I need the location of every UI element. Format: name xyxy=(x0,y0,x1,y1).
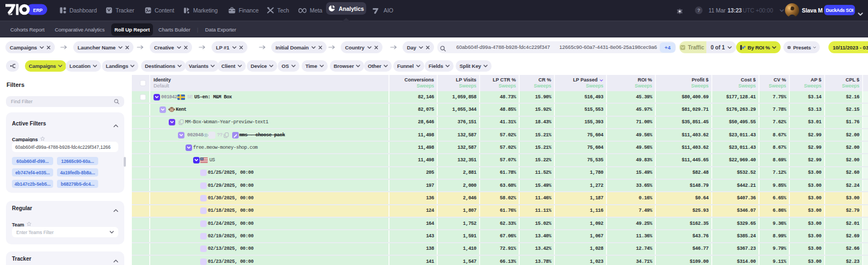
svg-text:ERP: ERP xyxy=(33,8,43,13)
